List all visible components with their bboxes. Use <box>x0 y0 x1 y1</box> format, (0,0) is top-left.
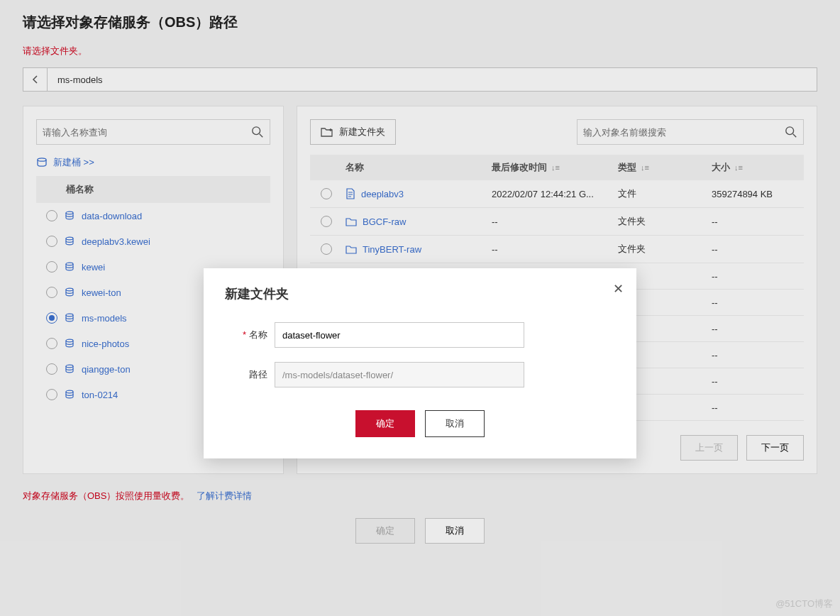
name-label: 名称 <box>249 329 267 340</box>
close-icon[interactable]: ✕ <box>613 281 624 297</box>
modal-title: 新建文件夹 <box>225 285 615 302</box>
folder-path-input <box>275 362 524 387</box>
watermark: @51CTO博客 <box>775 598 833 610</box>
path-label: 路径 <box>249 369 267 380</box>
new-folder-modal: ✕ 新建文件夹 *名称 路径 确定 取消 <box>204 268 636 458</box>
folder-name-input[interactable] <box>275 322 524 348</box>
modal-overlay[interactable]: ✕ 新建文件夹 *名称 路径 确定 取消 <box>0 0 840 616</box>
modal-cancel-button[interactable]: 取消 <box>425 410 485 437</box>
modal-confirm-button[interactable]: 确定 <box>355 410 415 437</box>
